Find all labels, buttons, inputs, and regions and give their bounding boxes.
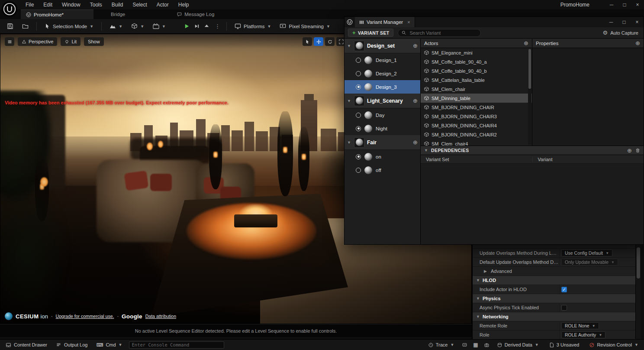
menu-edit[interactable]: Edit: [39, 1, 56, 9]
maximize-button[interactable]: □: [618, 0, 631, 10]
menu-help[interactable]: Help: [174, 1, 193, 9]
physics-section-header[interactable]: ▼ Physics: [473, 294, 635, 303]
platforms-dropdown[interactable]: Platforms ▼: [232, 21, 274, 31]
scrollbar-thumb[interactable]: [637, 247, 640, 279]
variant-set-fair[interactable]: ▼ Fair ⊕: [345, 135, 420, 150]
actor-row[interactable]: SM_Cattelan_Italia_table: [421, 75, 532, 84]
close-button[interactable]: ×: [631, 0, 644, 10]
add-variant-icon[interactable]: ⊕: [413, 139, 418, 146]
viewport-options-menu[interactable]: [5, 37, 14, 46]
add-actor-icon[interactable]: ⊕: [524, 40, 528, 46]
upgrade-link[interactable]: Upgrade for commercial use.: [56, 314, 114, 319]
variant-row-on[interactable]: on: [345, 150, 420, 163]
variant-manager-tab[interactable]: Variant Manager ×: [355, 17, 415, 27]
variant-radio[interactable]: [356, 71, 361, 76]
landscape-mode-dropdown[interactable]: ▼: [107, 21, 125, 31]
use-config-default-dropdown[interactable]: Use Config Default▼: [561, 250, 612, 256]
collapse-arrow-icon[interactable]: ▼: [347, 140, 351, 145]
close-tab-icon[interactable]: ×: [407, 19, 410, 25]
close-button[interactable]: ×: [631, 17, 644, 27]
details-row-advanced[interactable]: ▶Advanced: [473, 267, 635, 276]
add-variant-icon[interactable]: ⊕: [413, 42, 418, 49]
actor-row[interactable]: SM_BJORN_DINING_CHAIR: [421, 103, 532, 112]
play-options-kebab-icon[interactable]: ⋮: [214, 23, 221, 29]
variant-row-design-3[interactable]: Design_3: [345, 80, 420, 94]
search-variant-input[interactable]: [409, 30, 477, 36]
menu-tools[interactable]: Tools: [86, 1, 106, 9]
details-scrollbar[interactable]: [635, 245, 641, 339]
actor-row[interactable]: SM_Coffe_table_90_40_b: [421, 66, 532, 75]
variant-row-day[interactable]: Day: [345, 108, 420, 122]
rotate-tool-button[interactable]: [325, 37, 335, 46]
pixel-streaming-dropdown[interactable]: Pixel Streaming ▼: [277, 21, 332, 31]
collapse-arrow-icon[interactable]: ▼: [347, 44, 351, 48]
actor-row-highlighted[interactable]: SM_Dinning_table: [421, 94, 532, 103]
tab-bridge[interactable]: Bridge: [106, 10, 130, 19]
save-button[interactable]: [4, 21, 16, 31]
actors-scrollbar[interactable]: [528, 49, 531, 145]
trace-dropdown[interactable]: Trace ▼: [426, 341, 457, 349]
screenshot-camera-icon[interactable]: [484, 343, 489, 347]
variant-radio[interactable]: [356, 113, 361, 118]
menu-select[interactable]: Select: [129, 1, 151, 9]
variant-search-box[interactable]: [398, 29, 481, 37]
variant-radio[interactable]: [356, 154, 361, 159]
data-attribution-link[interactable]: Data attribution: [145, 314, 176, 319]
actor-row[interactable]: SM_BJORN_DINING_CHAIR3: [421, 112, 532, 121]
variant-row-off[interactable]: off: [345, 163, 420, 177]
grid-icon[interactable]: ▦: [473, 342, 478, 348]
actor-row[interactable]: SM_BJORN_DINING_CHAIR4: [421, 121, 532, 130]
scrollbar-thumb[interactable]: [528, 49, 531, 89]
unsaved-button[interactable]: 3 Unsaved: [547, 341, 582, 349]
lit-mode-dropdown[interactable]: Lit: [61, 37, 80, 46]
select-tool-button[interactable]: [303, 37, 312, 46]
minimize-button[interactable]: ─: [605, 17, 618, 27]
actor-row[interactable]: SM_Clem_chair4: [421, 139, 532, 146]
variant-row-design-1[interactable]: Design_1: [345, 53, 420, 67]
revision-control-dropdown[interactable]: Revision Control ▼: [587, 341, 641, 349]
variant-radio[interactable]: [356, 58, 361, 63]
menu-file[interactable]: File: [22, 1, 38, 9]
minimize-button[interactable]: ─: [605, 0, 618, 10]
actor-row[interactable]: SM_Coffe_table_90_40_a: [421, 57, 532, 66]
cinematics-dropdown[interactable]: ▼: [150, 21, 168, 31]
include-actor-in-hlod-checkbox[interactable]: ✓: [561, 287, 567, 292]
collapse-arrow-icon[interactable]: ▼: [347, 99, 351, 103]
auto-capture-toggle[interactable]: ⚙ Auto Capture: [603, 29, 640, 36]
variant-set-design-set[interactable]: ▼ Design_set ⊕: [345, 39, 420, 53]
add-variant-icon[interactable]: ⊕: [413, 97, 418, 104]
perspective-dropdown[interactable]: Perspective: [18, 37, 57, 46]
frame-skip-button[interactable]: [194, 23, 200, 29]
selection-mode-dropdown[interactable]: Selection Mode ▼: [42, 22, 96, 31]
collapse-arrow-icon[interactable]: ▼: [476, 314, 480, 319]
add-variant-set-button[interactable]: + VARIANT SET: [348, 29, 393, 37]
move-tool-button[interactable]: [314, 37, 323, 46]
collapse-arrow-icon[interactable]: ▼: [424, 148, 428, 152]
hlod-section-header[interactable]: ▼ HLOD: [473, 276, 635, 285]
role-dropdown[interactable]: ROLE Authority▼: [561, 331, 605, 338]
async-physics-tick-checkbox[interactable]: [561, 305, 567, 311]
output-log-button[interactable]: Output Log: [54, 341, 90, 349]
variant-radio[interactable]: [356, 126, 361, 131]
variant-row-design-2[interactable]: Design_2: [345, 67, 420, 80]
play-button[interactable]: [184, 23, 190, 29]
add-property-icon[interactable]: ⊕: [635, 40, 640, 46]
content-drawer-button[interactable]: Content Drawer: [3, 341, 49, 349]
maximize-button[interactable]: □: [618, 17, 631, 27]
add-dependency-icon[interactable]: ⊕: [627, 147, 632, 154]
networking-section-header[interactable]: ▼ Networking: [473, 312, 635, 321]
content-browser-button[interactable]: [19, 21, 31, 31]
actor-list[interactable]: SM_Elegance_mini SM_Coffe_table_90_40_a …: [421, 48, 532, 146]
modeling-mode-dropdown[interactable]: ▼: [129, 21, 147, 31]
dependencies-header[interactable]: ▼ DEPENDENCIES ⊕: [421, 146, 644, 155]
variant-row-night[interactable]: Night: [345, 122, 420, 135]
actor-row[interactable]: SM_BJORN_DINING_CHAIR2: [421, 130, 532, 139]
remote-role-dropdown[interactable]: ROLE None▼: [561, 322, 599, 329]
unreal-engine-logo-icon[interactable]: [2, 1, 17, 17]
menu-actor[interactable]: Actor: [153, 1, 173, 9]
actor-row[interactable]: SM_Elegance_mini: [421, 48, 532, 57]
variant-radio[interactable]: [356, 168, 361, 173]
console-command-input[interactable]: [129, 341, 224, 349]
menu-build[interactable]: Build: [108, 1, 127, 9]
tab-message-log[interactable]: Message Log: [172, 10, 219, 19]
